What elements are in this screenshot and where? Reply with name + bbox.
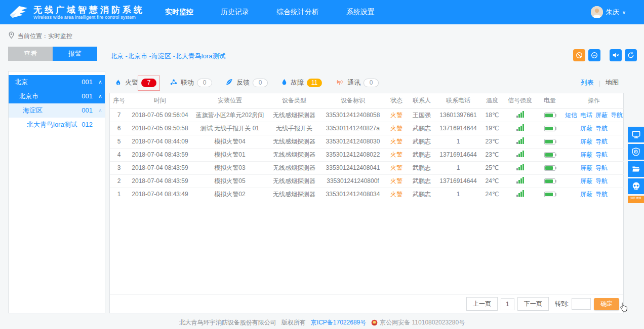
cell-location: 模拟火警02 xyxy=(192,188,268,201)
tab-查看[interactable]: 查看 xyxy=(8,47,53,61)
alarm-toolbar xyxy=(573,49,637,61)
signal-4-bars-icon xyxy=(516,151,524,157)
column-header-温度: 温度 xyxy=(480,93,504,108)
column-header-联系电话: 联系电话 xyxy=(436,93,480,108)
tree-node-北大青鸟lora测试[interactable]: 北大青鸟lora测试012 xyxy=(9,118,105,132)
nav-item-历史记录[interactable]: 历史记录 xyxy=(221,8,249,17)
view-map-link[interactable]: 地图 xyxy=(606,78,619,87)
filter-chip-联动[interactable]: 联动0 xyxy=(170,78,212,87)
filter-chip-故障[interactable]: 故障11 xyxy=(281,78,322,87)
action-link-屏蔽[interactable]: 屏蔽 xyxy=(595,112,608,119)
action-link-导航[interactable]: 导航 xyxy=(595,177,608,185)
next-page-button[interactable]: 下一页 xyxy=(517,297,549,311)
battery-full-icon xyxy=(544,152,555,158)
cell-no: 6 xyxy=(110,122,128,135)
cell-temperature: 19℃ xyxy=(480,122,504,135)
fault-icon xyxy=(281,78,288,87)
table-row: 62018-07-05 09:50:58测试 无线手报开关 01无线手报开关33… xyxy=(110,122,624,135)
column-header-信号强度: 信号强度 xyxy=(504,93,536,108)
top-navbar: 无线广域智慧消防系统 Wireless wide area intelligen… xyxy=(0,0,644,24)
flame-icon xyxy=(114,78,122,88)
cell-status: 火警 xyxy=(385,174,408,188)
circle-minus-icon[interactable] xyxy=(588,49,600,61)
monitor-icon[interactable] xyxy=(628,127,644,142)
confirm-button[interactable]: 确定 xyxy=(594,298,619,310)
filter-chip-通讯[interactable]: 通讯0 xyxy=(335,78,379,87)
signal-4-bars-icon xyxy=(516,177,524,184)
location-path: 北京 -北京市 -海淀区 -北大青鸟lora测试 xyxy=(110,52,226,61)
action-link-导航[interactable]: 导航 xyxy=(595,164,608,171)
nav-item-实时监控[interactable]: 实时监控 xyxy=(165,8,193,17)
cell-no: 1 xyxy=(110,188,128,201)
view-list-link[interactable]: 列表 xyxy=(581,78,594,87)
battery-full-icon xyxy=(544,178,555,184)
action-link-屏蔽[interactable]: 屏蔽 xyxy=(580,191,592,198)
battery-full-icon xyxy=(544,165,555,171)
footer-copyright: 版权所有 xyxy=(281,318,306,327)
brand: 无线广域智慧消防系统 Wireless wide area intelligen… xyxy=(0,4,145,21)
prohibit-icon[interactable] xyxy=(573,49,585,61)
refresh-icon[interactable] xyxy=(625,49,637,61)
brand-text: 无线广域智慧消防系统 Wireless wide area intelligen… xyxy=(33,5,145,20)
cell-device-type: 无线感烟探测器 xyxy=(268,148,320,161)
action-link-短信[interactable]: 短信 xyxy=(565,112,577,119)
footer-icp-link[interactable]: 京ICP备17022689号 xyxy=(311,318,366,327)
cell-device-type: 无线感烟探测器 xyxy=(268,188,320,201)
action-link-屏蔽[interactable]: 屏蔽 xyxy=(580,138,592,145)
column-header-安装位置: 安装位置 xyxy=(192,93,268,108)
cell-temperature: 25℃ xyxy=(480,161,504,174)
action-link-导航[interactable]: 导航 xyxy=(595,138,608,145)
tree-node-海淀区[interactable]: 海淀区001∧ xyxy=(9,103,105,118)
action-link-导航[interactable]: 导航 xyxy=(595,191,608,198)
action-link-导航[interactable]: 导航 xyxy=(595,151,608,158)
page-number-button[interactable]: 1 xyxy=(501,298,514,310)
cell-status: 火警 xyxy=(385,108,408,122)
cell-device-id: 3353012412408034 xyxy=(320,188,385,201)
tree-node-北京市[interactable]: 北京市001∧ xyxy=(9,89,105,103)
action-link-屏蔽[interactable]: 屏蔽 xyxy=(580,164,592,171)
prev-page-button[interactable]: 上一页 xyxy=(466,297,498,311)
tree-node-北京[interactable]: 北京001∧ xyxy=(9,75,105,89)
battery-full-icon xyxy=(544,192,555,197)
cell-device-type: 无线感烟探测器 xyxy=(268,135,320,148)
action-link-电话[interactable]: 电话 xyxy=(580,112,592,119)
column-header-电量: 电量 xyxy=(536,93,564,108)
mute-icon[interactable] xyxy=(610,49,622,61)
user-menu[interactable]: 朱庆 ∨ xyxy=(591,0,626,24)
signal-4-bars-icon xyxy=(504,174,536,188)
filter-chip-火警[interactable]: 火警7 xyxy=(114,78,156,88)
filter-label: 故障 xyxy=(291,78,304,87)
cell-temperature: 23℃ xyxy=(480,135,504,148)
view-switch-divider: | xyxy=(599,79,600,87)
table-body: 72018-07-05 09:56:04蓝旗营小区2单元202房间无线感烟探测器… xyxy=(110,108,624,201)
shield-gear-icon[interactable] xyxy=(628,144,644,160)
action-link-导航[interactable]: 导航 xyxy=(611,112,623,119)
tree-node-count: 001 xyxy=(82,75,93,89)
goto-page-input[interactable] xyxy=(572,298,591,310)
column-header-序号: 序号 xyxy=(110,93,128,108)
side-orange-tag[interactable]: 消防 救援 xyxy=(628,196,644,203)
action-link-屏蔽[interactable]: 屏蔽 xyxy=(580,151,592,158)
page: 无线广域智慧消防系统 Wireless wide area intelligen… xyxy=(0,0,644,329)
battery-full-icon xyxy=(536,188,564,201)
skull-icon[interactable] xyxy=(628,178,644,194)
action-link-屏蔽[interactable]: 屏蔽 xyxy=(580,125,592,132)
folder-icon[interactable] xyxy=(628,161,644,177)
filter-chips: 火警7联动0反馈0故障11通讯0 xyxy=(109,78,379,88)
chevron-up-icon: ∧ xyxy=(96,103,105,118)
cell-device-type: 无线感烟探测器 xyxy=(268,108,320,122)
action-link-导航[interactable]: 导航 xyxy=(595,125,608,132)
tab-报警[interactable]: 报警 xyxy=(53,47,97,61)
signal-4-bars-icon xyxy=(516,137,524,144)
nav-item-系统设置[interactable]: 系统设置 xyxy=(346,8,375,17)
nav-item-综合统计分析[interactable]: 综合统计分析 xyxy=(276,8,319,17)
filter-chip-反馈[interactable]: 反馈0 xyxy=(225,78,268,87)
cell-temperature: 24℃ xyxy=(480,188,504,201)
action-link-屏蔽[interactable]: 屏蔽 xyxy=(580,177,592,185)
tree-node-count: 001 xyxy=(82,103,93,118)
cell-time: 2018-07-05 09:56:04 xyxy=(128,108,192,122)
cell-no: 3 xyxy=(110,161,128,174)
column-header-状态: 状态 xyxy=(385,93,408,108)
footer-police-text: 京公网安备 11010802023280号 xyxy=(380,318,465,327)
footer: 北大青鸟环宇消防设备股份有限公司 版权所有 京ICP备17022689号 京公网… xyxy=(0,318,644,327)
